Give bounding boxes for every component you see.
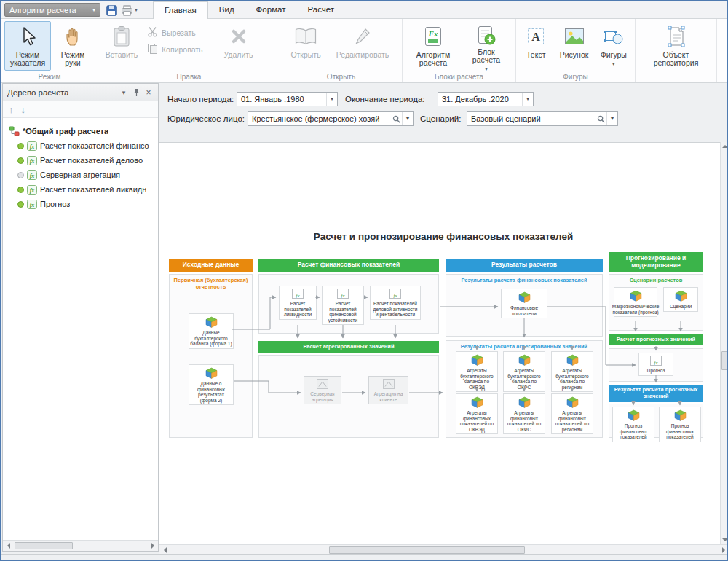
calc-algorithm-button[interactable]: Fx Алгоритм расчета [405,21,461,71]
fx-icon: fx [27,170,37,180]
tree-panel: Дерево расчета ▾ × ↑ ↓ *Общий граф расче… [2,83,159,552]
tree-hscrollbar[interactable] [3,540,158,551]
tree-item-label: Серверная агрегация [40,170,120,179]
pointer-icon [19,24,36,49]
scenario-field[interactable]: Базовый сценарий ▾ [467,111,618,126]
button-label: Режим руки [54,51,92,67]
picture-button[interactable]: Рисунок [554,21,593,71]
scroll-right-arrow[interactable] [718,545,728,555]
cut-button[interactable]: Вырезать [143,24,207,41]
diagram-arrows [159,143,720,544]
shapes-button[interactable]: Фигуры ▾ [596,21,632,71]
tab-raschet[interactable]: Расчет [296,1,345,19]
ribbon-group-blocks: Fx Алгоритм расчета Блок расчета ▾ Блоки… [403,19,516,82]
calculation-tree: *Общий граф расчета fx Расчет показателе… [3,118,158,211]
scroll-left-arrow[interactable] [159,545,170,555]
panel-menu-icon[interactable]: ▾ [119,89,129,96]
repository-object-button[interactable]: Объект репозитория [644,21,708,71]
ribbon-group-mode: Режим указателя Режим руки Режим [1,19,98,82]
group-label [636,73,716,82]
button-label: Вырезать [162,28,196,37]
app-window: Алгоритм расчета ▾ ▾ Главная Вид Формат … [0,0,728,561]
graph-icon [9,126,20,136]
move-down-button[interactable]: ↓ [21,105,26,114]
tree-item-root[interactable]: *Общий граф расчета [3,124,158,138]
scenario-value: Базовый сценарий [467,114,595,123]
dropdown-arrow-icon[interactable]: ▾ [606,112,617,125]
panel-toolbar: ↑ ↓ [3,101,158,118]
pencil-icon [353,24,372,49]
hand-mode-button[interactable]: Режим руки [52,21,93,71]
delete-icon [229,24,248,49]
scenario-label: Сценарий: [420,111,461,126]
paste-icon [112,24,131,49]
scroll-down-arrow[interactable] [721,536,728,544]
search-icon[interactable] [390,115,402,123]
tree-item[interactable]: fx Расчет показателей ликвидн [3,182,158,197]
scroll-up-arrow[interactable] [721,142,728,151]
search-icon[interactable] [595,115,606,123]
scroll-left-arrow[interactable] [3,541,14,551]
panel-header: Дерево расчета ▾ × [3,84,158,101]
panel-title: Дерево расчета [7,88,116,97]
edit-button[interactable]: Редактировать [330,21,395,71]
scroll-thumb[interactable] [15,542,73,549]
status-dot-green [17,201,24,208]
svg-text:fx: fx [30,201,35,208]
period-start-value: 01. Январь .1980 [237,95,326,103]
canvas-hscrollbar[interactable] [159,544,728,555]
svg-text:fx: fx [30,172,35,178]
svg-text:fx: fx [30,187,35,193]
calc-block-button[interactable]: Блок расчета ▾ [462,21,510,71]
close-icon[interactable]: × [143,87,154,98]
paste-button[interactable]: Вставить [101,21,142,71]
tree-item[interactable]: fx Расчет показателей делово [3,153,158,168]
tab-glavnaya[interactable]: Главная [153,1,208,19]
fx-document-icon: Fx [424,24,443,49]
tab-vid[interactable]: Вид [208,1,245,19]
dropdown-arrow-icon[interactable]: ▾ [402,112,413,125]
scroll-thumb[interactable] [329,546,525,554]
period-start-field[interactable]: 01. Январь .1980 ▾ [237,92,338,106]
canvas-vscrollbar[interactable] [720,142,728,544]
copy-icon [147,43,158,55]
move-up-button[interactable]: ↑ [9,105,14,114]
print-button[interactable] [120,4,133,16]
diagram-canvas[interactable]: Расчет и прогнозирование финансовых пока… [159,142,720,544]
tree-item[interactable]: fx Серверная агрегация [3,168,158,182]
fx-icon: fx [27,185,37,195]
group-label: Открыть [280,73,402,82]
dropdown-arrow-icon[interactable]: ▾ [326,93,337,106]
entity-value: Крестьянское (фермерское) хозяй [248,114,390,123]
shapes-icon [604,24,624,49]
tab-format[interactable]: Формат [245,1,297,19]
button-label: Объект репозитория [646,51,707,67]
svg-text:fx: fx [30,143,35,149]
svg-text:A: A [531,31,540,43]
pointer-mode-button[interactable]: Режим указателя [4,21,51,71]
scroll-right-arrow[interactable] [147,541,158,551]
copy-button[interactable]: Копировать [143,41,207,58]
save-button[interactable] [105,4,118,16]
group-label: Фигуры [516,73,635,82]
button-label: Удалить [224,51,253,59]
scroll-thumb[interactable] [721,351,728,370]
print-dropdown-icon[interactable]: ▾ [135,7,138,13]
delete-button[interactable]: Удалить [218,21,259,71]
filter-bar: Начало периода: 01. Январь .1980 ▾ Оконч… [159,83,728,142]
entity-label: Юридическое лицо: [167,111,245,126]
app-menu-button[interactable]: Алгоритм расчета ▾ [4,3,100,17]
tree-item-label: Расчет показателей финансо [40,141,149,150]
ribbon-group-edit: Вставить Вырезать Копировать Удалить [98,19,280,82]
open-button[interactable]: Открыть [283,21,328,71]
pin-icon[interactable] [131,88,141,97]
app-menu-label: Алгоритм расчета [9,6,76,15]
dropdown-arrow-icon[interactable]: ▾ [522,93,533,106]
period-end-field[interactable]: 31. Декабрь .2020 ▾ [438,92,534,106]
entity-field[interactable]: Крестьянское (фермерское) хозяй ▾ [248,111,414,126]
button-label: Блок расчета [464,48,509,64]
ribbon-tabs: Главная Вид Формат Расчет [153,1,345,19]
tree-item[interactable]: fx Расчет показателей финансо [3,138,158,153]
text-button[interactable]: A Текст [519,21,553,71]
tree-item[interactable]: fx Прогноз [3,197,158,211]
